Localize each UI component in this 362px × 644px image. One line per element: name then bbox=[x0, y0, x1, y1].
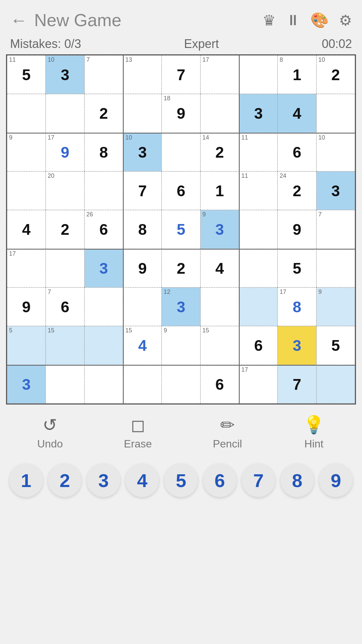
crown-icon[interactable]: ♛ bbox=[262, 12, 276, 29]
numpad-4[interactable]: 4 bbox=[125, 464, 159, 497]
cell-r7c6[interactable] bbox=[200, 287, 239, 326]
cell-r5c2[interactable]: 2 bbox=[46, 210, 84, 249]
cell-r2c1[interactable] bbox=[7, 94, 46, 132]
undo-button[interactable]: ↺ Undo bbox=[37, 415, 63, 450]
settings-icon[interactable]: ⚙ bbox=[339, 12, 352, 29]
cell-r7c2[interactable]: 76 bbox=[46, 287, 84, 326]
cell-r1c7[interactable] bbox=[239, 55, 278, 94]
cell-r5c5[interactable]: 5 bbox=[162, 210, 200, 249]
cell-r7c8[interactable]: 178 bbox=[278, 287, 316, 326]
cell-r5c3[interactable]: 266 bbox=[84, 210, 123, 249]
cell-r3c7[interactable]: 11 bbox=[239, 133, 278, 171]
numpad-6[interactable]: 6 bbox=[203, 464, 237, 497]
cell-r9c7[interactable]: 17 bbox=[239, 365, 278, 404]
cell-r6c2[interactable] bbox=[46, 249, 84, 287]
cell-r4c7[interactable]: 11 bbox=[239, 171, 278, 210]
numpad-5[interactable]: 5 bbox=[164, 464, 198, 497]
erase-button[interactable]: ◻ Erase bbox=[124, 415, 152, 450]
cell-r2c9[interactable] bbox=[316, 94, 355, 132]
cell-r3c8[interactable]: 6 bbox=[278, 133, 316, 171]
cell-r3c9[interactable]: 10 bbox=[316, 133, 355, 171]
cell-r3c2[interactable]: 179 bbox=[46, 133, 84, 171]
cell-r9c6[interactable]: 6 bbox=[200, 365, 239, 404]
cell-r9c1[interactable]: 3 bbox=[7, 365, 46, 404]
cell-r7c4[interactable] bbox=[123, 287, 162, 326]
cell-r1c2[interactable]: 103 bbox=[46, 55, 84, 94]
cell-r2c8[interactable]: 4 bbox=[278, 94, 316, 132]
cell-r3c5[interactable] bbox=[162, 133, 200, 171]
cell-r6c4[interactable]: 9 bbox=[123, 249, 162, 287]
cell-r9c3[interactable] bbox=[84, 365, 123, 404]
cell-r6c1[interactable]: 17 bbox=[7, 249, 46, 287]
cell-r8c6[interactable]: 15 bbox=[200, 326, 239, 365]
cell-r8c4[interactable]: 154 bbox=[123, 326, 162, 365]
cell-r1c8[interactable]: 81 bbox=[278, 55, 316, 94]
pencil-button[interactable]: ✏ Pencil bbox=[213, 415, 242, 450]
cell-r6c3[interactable]: 3 bbox=[84, 249, 123, 287]
cell-r4c4[interactable]: 7 bbox=[123, 171, 162, 210]
cell-r8c1[interactable]: 5 bbox=[7, 326, 46, 365]
cell-r1c4[interactable]: 13 bbox=[123, 55, 162, 94]
cell-r9c5[interactable] bbox=[162, 365, 200, 404]
cell-r2c4[interactable] bbox=[123, 94, 162, 132]
cell-r5c6[interactable]: 93 bbox=[200, 210, 239, 249]
cell-r7c3[interactable] bbox=[84, 287, 123, 326]
cell-r8c5[interactable]: 9 bbox=[162, 326, 200, 365]
cell-r2c3[interactable]: 2 bbox=[84, 94, 123, 132]
cell-r3c3[interactable]: 8 bbox=[84, 133, 123, 171]
cell-r4c2[interactable]: 20 bbox=[46, 171, 84, 210]
hint-button[interactable]: 💡 Hint bbox=[303, 415, 325, 450]
cell-r7c7[interactable] bbox=[239, 287, 278, 326]
cell-r1c3[interactable]: 7 bbox=[84, 55, 123, 94]
cell-r1c1[interactable]: 115 bbox=[7, 55, 46, 94]
cell-r1c5[interactable]: 7 bbox=[162, 55, 200, 94]
cell-r4c3[interactable] bbox=[84, 171, 123, 210]
cell-r8c8[interactable]: 3 bbox=[278, 326, 316, 365]
cell-r5c4[interactable]: 8 bbox=[123, 210, 162, 249]
cell-r1c6[interactable]: 17 bbox=[200, 55, 239, 94]
cell-r4c8[interactable]: 242 bbox=[278, 171, 316, 210]
cell-r5c8[interactable]: 9 bbox=[278, 210, 316, 249]
cell-r9c4[interactable] bbox=[123, 365, 162, 404]
cell-r7c5[interactable]: 123 bbox=[162, 287, 200, 326]
cell-r9c8[interactable]: 7 bbox=[278, 365, 316, 404]
cell-r2c2[interactable] bbox=[46, 94, 84, 132]
cell-r6c8[interactable]: 5 bbox=[278, 249, 316, 287]
cell-r6c7[interactable] bbox=[239, 249, 278, 287]
numpad-2[interactable]: 2 bbox=[48, 464, 81, 497]
cell-r2c5[interactable]: 189 bbox=[162, 94, 200, 132]
cell-r8c2[interactable]: 15 bbox=[46, 326, 84, 365]
numpad-7[interactable]: 7 bbox=[242, 464, 275, 497]
numpad-8[interactable]: 8 bbox=[281, 464, 314, 497]
cell-r6c5[interactable]: 2 bbox=[162, 249, 200, 287]
cell-r3c4[interactable]: 103 bbox=[123, 133, 162, 171]
cell-r5c9[interactable]: 7 bbox=[316, 210, 355, 249]
cell-r1c9[interactable]: 102 bbox=[316, 55, 355, 94]
cell-r4c1[interactable] bbox=[7, 171, 46, 210]
numpad-1[interactable]: 1 bbox=[9, 464, 43, 497]
cell-r8c3[interactable] bbox=[84, 326, 123, 365]
cell-r2c7[interactable]: 3 bbox=[239, 94, 278, 132]
cell-r5c7[interactable] bbox=[239, 210, 278, 249]
cell-r7c9[interactable]: 9 bbox=[316, 287, 355, 326]
pause-icon[interactable]: ⏸ bbox=[286, 12, 300, 29]
cell-r4c9[interactable]: 3 bbox=[316, 171, 355, 210]
numpad-3[interactable]: 3 bbox=[87, 464, 120, 497]
cell-r3c6[interactable]: 142 bbox=[200, 133, 239, 171]
numpad-9[interactable]: 9 bbox=[319, 464, 353, 497]
cell-r9c9[interactable] bbox=[316, 365, 355, 404]
cell-r5c1[interactable]: 4 bbox=[7, 210, 46, 249]
cell-r7c1[interactable]: 9 bbox=[7, 287, 46, 326]
back-button[interactable]: ← bbox=[10, 10, 27, 30]
cell-r8c7[interactable]: 6 bbox=[239, 326, 278, 365]
cell-r6c6[interactable]: 4 bbox=[200, 249, 239, 287]
cell-r8c9[interactable]: 5 bbox=[316, 326, 355, 365]
cell-r6c9[interactable] bbox=[316, 249, 355, 287]
cell-r2c6[interactable] bbox=[200, 94, 239, 132]
cell-value-r3c3: 8 bbox=[100, 143, 108, 161]
cell-r4c6[interactable]: 1 bbox=[200, 171, 239, 210]
cell-r4c5[interactable]: 6 bbox=[162, 171, 200, 210]
palette-icon[interactable]: 🎨 bbox=[310, 11, 329, 29]
cell-r3c1[interactable]: 9 bbox=[7, 133, 46, 171]
cell-r9c2[interactable] bbox=[46, 365, 84, 404]
